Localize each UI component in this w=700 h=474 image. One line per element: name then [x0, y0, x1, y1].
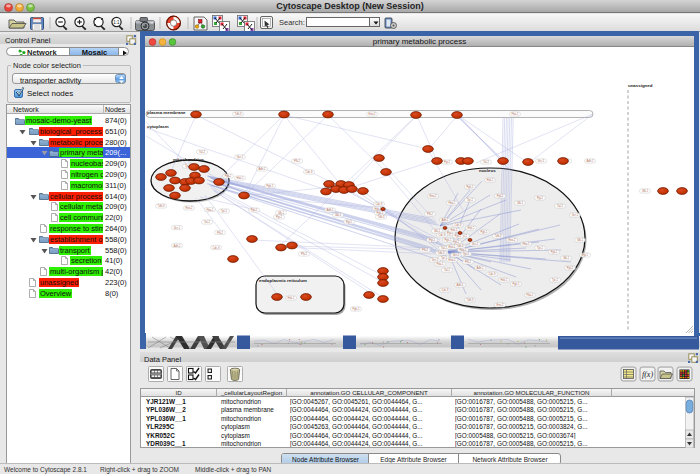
svg-text:Tdh-3: Tdh-3: [467, 298, 474, 302]
svg-text:Pfk-2: Pfk-2: [427, 212, 434, 216]
svg-text:Pfk-2: Pfk-2: [301, 252, 308, 256]
svg-text:Pgk-1: Pgk-1: [353, 307, 360, 311]
svg-text:Pyk-2: Pyk-2: [551, 250, 558, 254]
svg-text:Pyk-2: Pyk-2: [225, 174, 232, 178]
svg-text:Gcr-1: Gcr-1: [472, 242, 479, 246]
svg-text:nucleus: nucleus: [479, 168, 496, 173]
svg-text:Pgi-1: Pgi-1: [537, 196, 544, 200]
svg-text:Pgk-1: Pgk-1: [513, 282, 520, 286]
svg-text:Tdh-3: Tdh-3: [495, 234, 502, 238]
svg-text:Glk-1: Glk-1: [517, 201, 524, 205]
svg-text:Hxk-1: Hxk-1: [501, 278, 508, 282]
svg-text:Fba-1: Fba-1: [449, 201, 456, 205]
svg-text:Tpi-1: Tpi-1: [221, 209, 227, 213]
svg-text:Cdc-9: Cdc-9: [376, 202, 383, 206]
svg-text:Adh-1: Adh-1: [259, 167, 266, 171]
svg-text:Fba-1: Fba-1: [460, 248, 467, 252]
svg-text:Pgi-1: Pgi-1: [429, 238, 436, 242]
svg-text:Pfk-2: Pfk-2: [217, 231, 224, 235]
svg-text:1:1: 1:1: [113, 20, 120, 25]
svg-text:mitochondrion: mitochondrion: [173, 157, 204, 162]
svg-text:Cdc-9: Cdc-9: [439, 233, 446, 237]
svg-text:Tpi-1: Tpi-1: [467, 198, 473, 202]
svg-text:Pgk-1: Pgk-1: [445, 238, 452, 242]
svg-text:f(x): f(x): [642, 370, 653, 379]
svg-text:Eno-2: Eno-2: [497, 303, 504, 307]
svg-text:Glk-1: Glk-1: [577, 238, 584, 242]
svg-text:Tpi-1: Tpi-1: [537, 246, 543, 250]
svg-text:Pyk-2: Pyk-2: [567, 266, 574, 270]
svg-text:Hxk-1: Hxk-1: [487, 178, 494, 182]
svg-text:Fba-1: Fba-1: [437, 262, 444, 266]
svg-text:Hxk-1: Hxk-1: [237, 176, 244, 180]
svg-text:Cdc-9: Cdc-9: [213, 246, 220, 250]
svg-text:Pgi-1: Pgi-1: [276, 215, 283, 219]
svg-text:Adh-1: Adh-1: [587, 159, 594, 163]
svg-text:endoplasmic reticulum: endoplasmic reticulum: [259, 278, 307, 283]
svg-text:plasma membrane: plasma membrane: [147, 110, 186, 115]
svg-text:Glk-1: Glk-1: [642, 189, 649, 193]
svg-text:Fba-1: Fba-1: [523, 242, 530, 246]
svg-text:Glk-1: Glk-1: [434, 229, 441, 233]
svg-text:Glk-1: Glk-1: [278, 211, 285, 215]
svg-text:Gcr-1: Gcr-1: [432, 258, 439, 262]
svg-text:Pfk-2: Pfk-2: [294, 159, 301, 163]
svg-text:Yal-2: Yal-2: [483, 160, 489, 164]
svg-text:Hxk-1: Hxk-1: [288, 296, 295, 300]
svg-text:Tdh-3: Tdh-3: [378, 215, 385, 219]
svg-text:Pgi-1: Pgi-1: [444, 160, 451, 164]
svg-text:Pgk-1: Pgk-1: [267, 184, 274, 188]
svg-text:Eno-2: Eno-2: [509, 238, 516, 242]
svg-text:Adh-1: Adh-1: [327, 208, 334, 212]
svg-text:Pgi-1: Pgi-1: [346, 220, 353, 224]
svg-text:Adh-1: Adh-1: [174, 244, 181, 248]
svg-text:Tdh-3: Tdh-3: [158, 204, 165, 208]
svg-text:Hxk-1: Hxk-1: [451, 228, 458, 232]
svg-text:Fba-1: Fba-1: [512, 112, 519, 116]
svg-text:Tpi-1: Tpi-1: [463, 252, 469, 256]
svg-text:Eno-2: Eno-2: [186, 206, 193, 210]
svg-text:Yal-2: Yal-2: [557, 204, 563, 208]
svg-text:Pfk-2: Pfk-2: [422, 248, 429, 252]
svg-text:Eno-2: Eno-2: [369, 112, 376, 116]
svg-text:Cdc-9: Cdc-9: [306, 170, 313, 174]
svg-text:Pgk-1: Pgk-1: [377, 211, 384, 215]
svg-text:Tdh-3: Tdh-3: [438, 251, 445, 255]
svg-text:Pfk-2: Pfk-2: [465, 260, 472, 264]
svg-text:Yal-2: Yal-2: [204, 220, 210, 224]
svg-text:unassigned: unassigned: [628, 83, 653, 88]
svg-text:Cdc-9: Cdc-9: [489, 272, 496, 276]
svg-text:Glk-1: Glk-1: [335, 213, 342, 217]
svg-text:Adh-1: Adh-1: [457, 283, 464, 287]
svg-text:Fba-1: Fba-1: [527, 293, 534, 297]
svg-text:Pyk-2: Pyk-2: [251, 208, 258, 212]
svg-text:Tpi-1: Tpi-1: [552, 278, 558, 282]
svg-text:Gcr-1: Gcr-1: [572, 213, 579, 217]
svg-text:Gcr-1: Gcr-1: [237, 155, 244, 159]
svg-text:Pyk-2: Pyk-2: [453, 240, 460, 244]
svg-text:Gcr-1: Gcr-1: [453, 253, 460, 257]
svg-text:Adh-1: Adh-1: [477, 266, 484, 270]
svg-text:Yal-2: Yal-2: [444, 268, 450, 272]
svg-text:Pgk-1: Pgk-1: [481, 230, 488, 234]
svg-text:Cdc-9: Cdc-9: [455, 223, 462, 227]
svg-text:Adh-1: Adh-1: [442, 218, 449, 222]
svg-text:Tdh-3: Tdh-3: [235, 112, 242, 116]
svg-text:Glk-1: Glk-1: [563, 256, 570, 260]
svg-text:Cdc-9: Cdc-9: [442, 288, 449, 292]
svg-text:Gcr-1: Gcr-1: [538, 159, 545, 163]
svg-text:Pyk-2: Pyk-2: [497, 194, 504, 198]
svg-text:Eno-2: Eno-2: [430, 194, 437, 198]
svg-text:Tdh-3: Tdh-3: [457, 244, 464, 248]
svg-text:Gcr-1: Gcr-1: [174, 226, 181, 230]
svg-text:Pgi-1: Pgi-1: [582, 253, 589, 257]
svg-text:cytoplasm: cytoplasm: [147, 124, 169, 129]
svg-text:Pgk-1: Pgk-1: [467, 185, 474, 189]
svg-text:Eno-2: Eno-2: [449, 258, 456, 262]
svg-text:Yal-2: Yal-2: [199, 150, 205, 154]
svg-text:Fba-1: Fba-1: [207, 208, 214, 212]
svg-text:Hxk-1: Hxk-1: [468, 226, 475, 230]
